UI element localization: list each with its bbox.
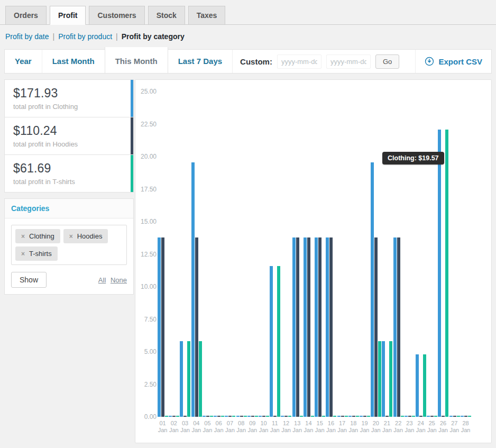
bar-hoodies-18-jan[interactable] [352, 416, 355, 417]
chip-remove-icon[interactable]: × [21, 233, 25, 240]
bar-clothing-21-jan[interactable] [382, 341, 385, 417]
select-all-link[interactable]: All [98, 276, 106, 284]
show-button[interactable]: Show [11, 272, 47, 288]
bar-clothing-26-jan[interactable] [438, 130, 441, 417]
bar-clothing-13-jan[interactable] [292, 237, 296, 417]
bar-hoodies-25-jan[interactable] [430, 416, 434, 417]
bar-t-shirts-28-jan[interactable] [468, 416, 471, 417]
bar-t-shirts-04-jan[interactable] [199, 341, 202, 417]
date-to-input[interactable] [326, 54, 371, 69]
bar-hoodies-02-jan[interactable] [172, 416, 176, 417]
bar-hoodies-08-jan[interactable] [240, 416, 243, 417]
tab-orders[interactable]: Orders [5, 6, 47, 25]
bar-clothing-28-jan[interactable] [461, 416, 464, 417]
bar-t-shirts-12-jan[interactable] [288, 416, 291, 417]
bar-t-shirts-10-jan[interactable] [266, 416, 269, 417]
bar-t-shirts-22-jan[interactable] [401, 416, 404, 417]
chip-remove-icon[interactable]: × [21, 250, 25, 258]
bar-clothing-20-jan[interactable] [371, 162, 374, 417]
bar-clothing-14-jan[interactable] [304, 237, 307, 417]
bar-clothing-12-jan[interactable] [281, 416, 284, 417]
bar-t-shirts-08-jan[interactable] [244, 416, 247, 417]
bar-hoodies-11-jan[interactable] [273, 416, 277, 417]
bar-clothing-10-jan[interactable] [259, 416, 262, 417]
bar-hoodies-20-jan[interactable] [374, 237, 378, 417]
bar-hoodies-12-jan[interactable] [284, 416, 288, 417]
bar-t-shirts-24-jan[interactable] [423, 354, 426, 417]
bar-clothing-18-jan[interactable] [348, 416, 352, 417]
bar-t-shirts-20-jan[interactable] [378, 341, 381, 417]
bar-t-shirts-05-jan[interactable] [210, 416, 213, 417]
bar-hoodies-04-jan[interactable] [195, 237, 198, 417]
range-tab-last-month[interactable]: Last Month [42, 50, 105, 73]
bar-hoodies-09-jan[interactable] [251, 416, 254, 417]
bar-hoodies-13-jan[interactable] [296, 237, 299, 417]
bar-clothing-27-jan[interactable] [449, 416, 453, 417]
bar-t-shirts-14-jan[interactable] [311, 416, 314, 417]
bar-t-shirts-06-jan[interactable] [221, 416, 224, 417]
bar-t-shirts-25-jan[interactable] [434, 416, 437, 417]
bar-t-shirts-16-jan[interactable] [333, 416, 336, 417]
bar-clothing-06-jan[interactable] [214, 416, 217, 417]
category-chip-t-shirts[interactable]: ×T-shirts [15, 246, 58, 261]
bar-hoodies-23-jan[interactable] [408, 416, 411, 417]
bar-clothing-11-jan[interactable] [270, 266, 273, 417]
bar-t-shirts-15-jan[interactable] [322, 416, 325, 417]
category-chips-box[interactable]: ×Clothing×Hoodies×T-shirts [11, 225, 127, 265]
bar-clothing-08-jan[interactable] [236, 416, 240, 417]
bar-clothing-03-jan[interactable] [180, 341, 183, 417]
chip-remove-icon[interactable]: × [69, 233, 73, 240]
bar-hoodies-17-jan[interactable] [341, 416, 344, 417]
bar-t-shirts-23-jan[interactable] [412, 416, 415, 417]
bar-clothing-17-jan[interactable] [337, 416, 341, 417]
bar-t-shirts-03-jan[interactable] [187, 341, 190, 417]
bar-clothing-22-jan[interactable] [393, 237, 397, 417]
bar-hoodies-06-jan[interactable] [217, 416, 221, 417]
tab-customers[interactable]: Customers [89, 6, 144, 25]
bar-clothing-04-jan[interactable] [191, 162, 195, 417]
bar-clothing-23-jan[interactable] [405, 416, 408, 417]
go-button[interactable]: Go [375, 54, 399, 69]
bar-hoodies-03-jan[interactable] [183, 416, 187, 417]
bar-clothing-09-jan[interactable] [247, 416, 251, 417]
bar-hoodies-27-jan[interactable] [453, 416, 456, 417]
bar-clothing-07-jan[interactable] [225, 416, 228, 417]
bar-t-shirts-09-jan[interactable] [255, 416, 258, 417]
subnav-item-profit-by-category[interactable]: Profit by category [122, 32, 185, 41]
bar-hoodies-19-jan[interactable] [363, 416, 366, 417]
bar-t-shirts-18-jan[interactable] [356, 416, 359, 417]
bar-t-shirts-21-jan[interactable] [389, 341, 392, 417]
bar-hoodies-10-jan[interactable] [262, 416, 265, 417]
bar-hoodies-15-jan[interactable] [318, 237, 322, 417]
bar-t-shirts-27-jan[interactable] [457, 416, 460, 417]
tab-profit[interactable]: Profit [50, 6, 86, 25]
bar-clothing-01-jan[interactable] [158, 237, 161, 417]
bar-hoodies-24-jan[interactable] [419, 416, 422, 417]
bar-hoodies-05-jan[interactable] [206, 416, 209, 417]
bar-t-shirts-13-jan[interactable] [300, 416, 303, 417]
bar-t-shirts-11-jan[interactable] [277, 266, 280, 417]
bar-hoodies-26-jan[interactable] [442, 416, 445, 417]
bar-clothing-24-jan[interactable] [416, 354, 419, 417]
range-tab-year[interactable]: Year [5, 50, 42, 73]
bar-hoodies-07-jan[interactable] [228, 416, 232, 417]
bar-clothing-15-jan[interactable] [315, 237, 318, 417]
category-chip-hoodies[interactable]: ×Hoodies [63, 229, 108, 243]
bar-clothing-16-jan[interactable] [326, 237, 329, 417]
bar-hoodies-14-jan[interactable] [307, 237, 310, 417]
select-none-link[interactable]: None [111, 276, 127, 284]
bar-t-shirts-07-jan[interactable] [232, 416, 235, 417]
tab-taxes[interactable]: Taxes [188, 6, 226, 25]
bar-t-shirts-01-jan[interactable] [165, 416, 168, 417]
range-tab-this-month[interactable]: This Month [105, 47, 168, 73]
bar-clothing-19-jan[interactable] [360, 416, 363, 417]
bar-hoodies-01-jan[interactable] [161, 237, 164, 417]
bar-hoodies-22-jan[interactable] [397, 237, 400, 417]
bar-hoodies-16-jan[interactable] [329, 237, 333, 417]
bar-clothing-02-jan[interactable] [169, 416, 172, 417]
bar-t-shirts-19-jan[interactable] [367, 416, 370, 417]
date-from-input[interactable] [277, 54, 322, 69]
subnav-item-profit-by-date[interactable]: Profit by date [5, 32, 49, 41]
bar-t-shirts-02-jan[interactable] [176, 416, 179, 417]
bar-hoodies-21-jan[interactable] [385, 416, 389, 417]
